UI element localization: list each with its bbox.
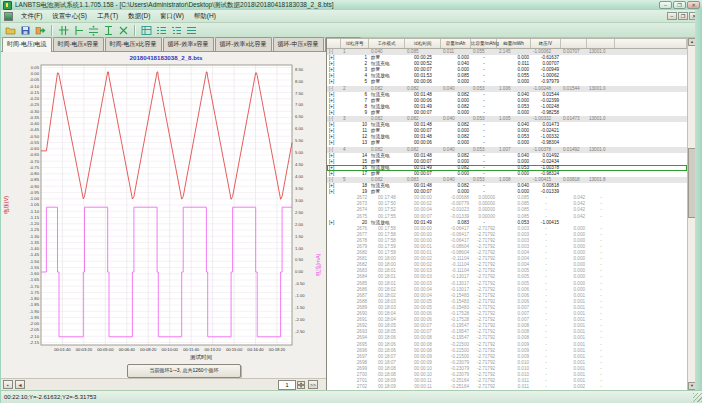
record-layer-icon[interactable] bbox=[185, 24, 198, 37]
step-layer-icon[interactable] bbox=[170, 24, 183, 37]
svg-text:6.00: 6.00 bbox=[295, 126, 304, 131]
svg-text:-1.25: -1.25 bbox=[29, 227, 39, 232]
grid-header-row: 过程序号工作模式过程时间容量/mAh比容量/mAh/g能量/mWh终压/V bbox=[327, 39, 687, 49]
cycle-page-spinner: ▲ ▼ bbox=[297, 381, 305, 389]
column-header-5[interactable]: 比容量/mAh/g bbox=[471, 39, 497, 48]
svg-text:-1.05: -1.05 bbox=[29, 202, 39, 207]
maximize-button[interactable]: ❐ bbox=[673, 1, 686, 9]
toolbar bbox=[1, 23, 702, 38]
svg-text:-1.30: -1.30 bbox=[29, 234, 39, 239]
svg-text:-1.15: -1.15 bbox=[29, 215, 39, 220]
column-header-4[interactable]: 容量/mAh bbox=[441, 39, 471, 48]
svg-text:00:05:00: 00:05:00 bbox=[97, 347, 114, 352]
status-bar: 00:22:10;Y=-2.61632;Y2=-5.31753 bbox=[1, 390, 702, 403]
grid-vertical-scrollbar[interactable]: ▲ ▼ bbox=[687, 38, 695, 390]
minimize-button[interactable]: – bbox=[659, 1, 672, 9]
svg-text:-0.20: -0.20 bbox=[29, 96, 39, 101]
current-cycle-button[interactable]: 当前循环1-~3, 总共1260个循环 bbox=[127, 364, 241, 378]
svg-text:-1.20: -1.20 bbox=[29, 221, 39, 226]
svg-text:-0.60: -0.60 bbox=[29, 146, 39, 151]
grid-body: [-]10.0400.0850.0110.0552.145-1.000620.0… bbox=[327, 49, 687, 390]
svg-text:-0.10: -0.10 bbox=[29, 84, 39, 89]
scroll-left-button[interactable]: ◄ bbox=[15, 380, 25, 389]
tab-2[interactable]: 时间-电压x比容量 bbox=[105, 37, 162, 51]
tab-3[interactable]: 循环-效率x容量 bbox=[163, 37, 214, 51]
svg-text:-1.10: -1.10 bbox=[29, 209, 39, 214]
column-header-8[interactable] bbox=[561, 39, 587, 48]
marker-hline-icon[interactable] bbox=[72, 24, 85, 37]
svg-text:-0.25: -0.25 bbox=[29, 102, 39, 107]
menu-item-s[interactable]: 设置中心(S) bbox=[47, 11, 92, 20]
open-file-icon[interactable] bbox=[4, 24, 17, 37]
menu-item-f[interactable]: 文件(F) bbox=[16, 11, 47, 20]
svg-text:-0.65: -0.65 bbox=[29, 152, 39, 157]
grid-view-icon[interactable] bbox=[140, 24, 153, 37]
svg-text:00:06:40: 00:06:40 bbox=[119, 347, 136, 352]
svg-text:00:11:40: 00:11:40 bbox=[183, 347, 200, 352]
chart-canvas[interactable]: 00:01:4000:03:2000:05:0000:06:4000:08:20… bbox=[1, 52, 326, 378]
column-header-0[interactable] bbox=[327, 39, 341, 48]
column-header-9[interactable] bbox=[587, 39, 615, 48]
menu-item-w[interactable]: 窗口(W) bbox=[155, 11, 188, 20]
svg-text:00:15:00: 00:15:00 bbox=[226, 347, 243, 352]
column-header-6[interactable]: 能量/mWh bbox=[497, 39, 531, 48]
svg-text:-2.00: -2.00 bbox=[29, 321, 39, 326]
menu-item-h[interactable]: 帮助(H) bbox=[189, 11, 221, 20]
svg-text:4.00: 4.00 bbox=[295, 174, 304, 179]
resize-grip[interactable] bbox=[693, 393, 702, 402]
save-icon[interactable] bbox=[19, 24, 32, 37]
tab-4[interactable]: 循环-效率x比容量 bbox=[215, 37, 272, 51]
svg-text:电流(mA): 电流(mA) bbox=[315, 253, 322, 276]
svg-text:测试时间: 测试时间 bbox=[190, 354, 212, 361]
marker-align-icon[interactable] bbox=[87, 24, 100, 37]
svg-text:5.00: 5.00 bbox=[295, 150, 304, 155]
menu-item-t[interactable]: 工具(T) bbox=[92, 11, 123, 20]
mdi-minimize-button[interactable]: – bbox=[667, 12, 677, 20]
tab-5[interactable]: 循环-中压x容量 bbox=[273, 37, 324, 51]
tab-0[interactable]: 时间-电压|电流 bbox=[2, 37, 52, 52]
svg-text:6.50: 6.50 bbox=[295, 114, 304, 119]
svg-text:-0.50: -0.50 bbox=[295, 281, 305, 286]
scroll-home-button[interactable]: ▪ bbox=[3, 380, 13, 389]
cycle-layer-icon[interactable] bbox=[155, 24, 168, 37]
svg-text:8.50: 8.50 bbox=[295, 67, 304, 72]
marker-vline-icon[interactable] bbox=[57, 24, 70, 37]
cycle-pager: ▲ ▼ >> bbox=[278, 380, 326, 390]
marker-range-icon[interactable] bbox=[102, 24, 115, 37]
marker-delete-icon[interactable] bbox=[117, 24, 130, 37]
svg-text:-1.65: -1.65 bbox=[29, 277, 39, 282]
window-controls: – ❐ ✕ bbox=[659, 1, 702, 9]
tab-1[interactable]: 时间-电压x容量 bbox=[53, 37, 104, 51]
svg-text:2.50: 2.50 bbox=[295, 210, 304, 215]
spin-down-button[interactable]: ▼ bbox=[297, 385, 305, 389]
title-bar: LANBTS电池测试系统1.1.705.158 - [C:\Users\Admi… bbox=[1, 0, 702, 10]
menu-items: 文件(F)设置中心(S)工具(T)数据(D)窗口(W)帮助(H) bbox=[16, 12, 221, 21]
svg-text:1.50: 1.50 bbox=[295, 234, 304, 239]
svg-text:-0.85: -0.85 bbox=[29, 177, 39, 182]
chart-tab-bar: 时间-电压|电流时间-电压x容量时间-电压x比容量循环-效率x容量循环-效率x比… bbox=[1, 38, 326, 52]
cycle-page-input[interactable] bbox=[278, 380, 296, 390]
svg-text:-0.95: -0.95 bbox=[29, 190, 39, 195]
app-window: LANBTS电池测试系统1.1.705.158 - [C:\Users\Admi… bbox=[0, 0, 702, 403]
close-button[interactable]: ✕ bbox=[687, 1, 700, 9]
svg-text:-2.50: -2.50 bbox=[295, 329, 305, 334]
window-frame-edge bbox=[695, 10, 702, 390]
column-header-3[interactable]: 过程时间 bbox=[405, 39, 441, 48]
svg-text:00:13:20: 00:13:20 bbox=[204, 347, 221, 352]
column-header-7[interactable]: 终压/V bbox=[531, 39, 561, 48]
menu-item-d[interactable]: 数据(D) bbox=[123, 11, 155, 20]
export-data-icon[interactable] bbox=[34, 24, 47, 37]
mdi-restore-button[interactable]: ❐ bbox=[678, 12, 688, 20]
cursor-readout: 00:22:10;Y=-2.61632;Y2=-5.31753 bbox=[4, 394, 96, 400]
svg-text:00:10:00: 00:10:00 bbox=[162, 347, 179, 352]
svg-text:00:01:40: 00:01:40 bbox=[54, 347, 71, 352]
svg-text:-1.50: -1.50 bbox=[29, 259, 39, 264]
svg-text:0.00: 0.00 bbox=[295, 269, 304, 274]
svg-text:0.05: 0.05 bbox=[31, 65, 40, 70]
svg-text:-0.75: -0.75 bbox=[29, 165, 39, 170]
svg-text:-1.00: -1.00 bbox=[295, 293, 305, 298]
next-cycles-button[interactable]: >> bbox=[308, 380, 318, 389]
column-header-2[interactable]: 工作模式 bbox=[369, 39, 405, 48]
column-header-1[interactable]: 过程序号 bbox=[341, 39, 369, 48]
svg-text:1.00: 1.00 bbox=[295, 246, 304, 251]
